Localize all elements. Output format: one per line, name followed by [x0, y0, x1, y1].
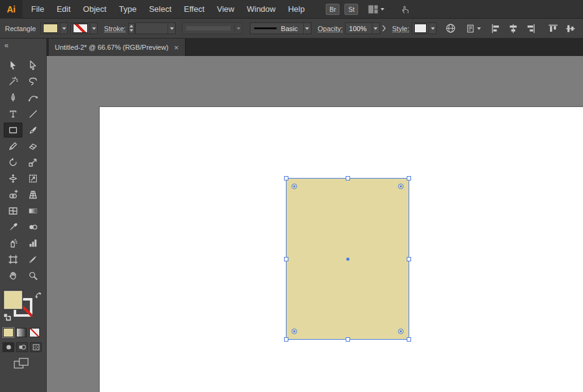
selection-handle-left[interactable] [284, 257, 288, 261]
horizontal-align-left-button[interactable] [491, 23, 501, 34]
tool-blend[interactable] [24, 220, 42, 235]
menu-object[interactable]: Object [77, 0, 113, 19]
selection-center-point[interactable] [346, 258, 349, 261]
menu-select[interactable]: Select [143, 0, 178, 19]
menu-effect[interactable]: Effect [178, 0, 211, 19]
fill-color-control[interactable] [40, 22, 68, 34]
fill-indicator[interactable] [4, 291, 22, 309]
selection-handle-bottom[interactable] [346, 337, 350, 342]
selection-handle-bottom-right[interactable] [407, 337, 411, 342]
screen-mode-button[interactable] [14, 358, 32, 369]
graphic-style-control[interactable] [412, 22, 437, 34]
tool-rectangle[interactable] [4, 123, 22, 138]
stroke-label[interactable]: Stroke: [104, 25, 126, 32]
tool-scale[interactable] [24, 155, 42, 170]
stroke-weight-stepper[interactable] [128, 23, 135, 34]
vertical-align-center-button[interactable] [566, 23, 576, 34]
none-swatch-button[interactable] [29, 328, 40, 337]
tool-gradient[interactable] [24, 203, 42, 218]
opacity-expand-chevron[interactable] [382, 25, 386, 32]
tool-shape-builder[interactable] [4, 187, 22, 202]
selected-rectangle[interactable] [286, 178, 409, 340]
menu-edit[interactable]: Edit [50, 0, 77, 19]
artboard[interactable] [100, 107, 583, 392]
tool-free-transform[interactable] [24, 171, 42, 186]
style-swatch[interactable] [414, 24, 427, 33]
menu-view[interactable]: View [211, 0, 240, 19]
tool-direct-selection[interactable] [24, 58, 42, 73]
fill-swatch[interactable] [43, 24, 58, 33]
tool-eyedropper[interactable] [4, 220, 22, 235]
tool-zoom[interactable] [24, 268, 42, 283]
recolor-artwork-button[interactable] [445, 23, 456, 34]
selection-handle-top[interactable] [346, 176, 350, 180]
tool-selection[interactable] [4, 58, 22, 73]
menubar-button-br[interactable]: Br [326, 4, 339, 15]
chevron-down-icon[interactable] [60, 23, 67, 34]
touch-workspace-button[interactable] [401, 4, 410, 14]
tool-perspective-grid[interactable] [24, 187, 42, 202]
workspace-switcher-button[interactable] [368, 5, 384, 14]
tool-shaper[interactable] [4, 139, 22, 154]
tool-type[interactable] [4, 106, 22, 121]
style-label[interactable]: Style: [392, 25, 410, 32]
tool-eraser[interactable] [24, 139, 42, 154]
drawing-mode-buttons [2, 342, 46, 352]
menu-help[interactable]: Help [282, 0, 311, 19]
menubar-button-st[interactable]: St [344, 4, 358, 15]
default-fill-stroke-icon[interactable] [3, 312, 11, 324]
selection-handle-bottom-left[interactable] [284, 337, 288, 342]
tool-column-graph[interactable] [24, 236, 42, 251]
canvas[interactable] [47, 56, 583, 392]
stroke-color-control[interactable] [70, 22, 98, 34]
tool-artboard[interactable] [4, 252, 22, 267]
stroke-weight-field[interactable] [135, 22, 176, 34]
corner-widget-top-left[interactable] [292, 184, 297, 189]
document-tab[interactable]: Untitled-2* @ 66.67% (RGB/Preview) × [48, 39, 186, 56]
gradient-swatch-button[interactable] [16, 328, 27, 337]
chevron-down-icon[interactable] [372, 23, 379, 34]
menu-window[interactable]: Window [240, 0, 282, 19]
menu-type[interactable]: Type [113, 0, 143, 19]
vertical-align-top-button[interactable] [548, 23, 558, 34]
color-swatch-button[interactable] [3, 328, 14, 337]
tool-line-segment[interactable] [24, 106, 42, 121]
swap-fill-stroke-icon[interactable] [35, 290, 42, 301]
menu-file[interactable]: File [25, 0, 50, 19]
chevron-down-icon[interactable] [90, 23, 97, 34]
stroke-none-swatch[interactable] [73, 24, 88, 33]
tool-rotate[interactable] [4, 155, 22, 170]
brush-definition-select[interactable]: Basic [250, 22, 311, 34]
chevron-down-icon[interactable] [303, 23, 311, 34]
horizontal-align-right-button[interactable] [526, 23, 536, 34]
stepper-down-icon[interactable] [130, 29, 133, 32]
toolbar-collapse-button[interactable]: « [4, 41, 9, 50]
horizontal-align-center-button[interactable] [508, 23, 518, 34]
draw-inside-button[interactable] [30, 342, 42, 352]
corner-widget-bottom-right[interactable] [398, 329, 404, 334]
selection-handle-top-left[interactable] [284, 176, 288, 180]
tool-mesh[interactable] [4, 203, 22, 218]
draw-normal-button[interactable] [2, 342, 14, 352]
selection-handle-top-right[interactable] [407, 176, 411, 180]
tool-hand[interactable] [4, 268, 22, 283]
stepper-up-icon[interactable] [130, 25, 133, 27]
corner-widget-top-right[interactable] [398, 184, 404, 189]
chevron-down-icon[interactable] [429, 23, 436, 34]
selection-handle-right[interactable] [407, 257, 411, 261]
tool-curvature[interactable] [24, 90, 42, 105]
tool-lasso[interactable] [24, 74, 42, 89]
tool-paintbrush[interactable] [24, 123, 42, 138]
corner-widget-bottom-left[interactable] [292, 329, 297, 334]
tool-symbol-sprayer[interactable] [4, 236, 22, 251]
tool-width[interactable] [4, 171, 22, 186]
tool-pen[interactable] [4, 90, 22, 105]
select-similar-options-button[interactable] [466, 24, 481, 34]
tab-close-icon[interactable]: × [174, 44, 179, 52]
opacity-label[interactable]: Opacity: [318, 25, 343, 32]
opacity-field[interactable]: 100% [345, 22, 379, 34]
chevron-down-icon[interactable] [168, 23, 175, 34]
tool-slice[interactable] [24, 252, 42, 267]
tool-magic-wand[interactable] [4, 74, 22, 89]
draw-behind-button[interactable] [16, 342, 28, 352]
